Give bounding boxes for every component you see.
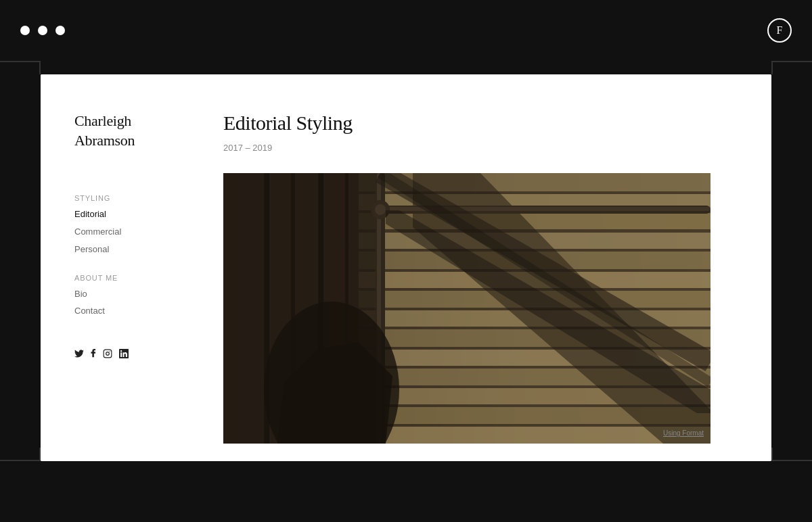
- nav-section-about: ABOUT ME Bio Contact: [74, 260, 189, 323]
- social-icons: [74, 349, 189, 361]
- hero-image: Using Format: [223, 173, 710, 444]
- twitter-icon[interactable]: [74, 350, 84, 360]
- svg-rect-48: [223, 173, 710, 444]
- nav-item-personal[interactable]: Personal: [74, 243, 189, 257]
- traffic-light-1[interactable]: [20, 26, 30, 35]
- linkedin-icon[interactable]: [119, 349, 129, 361]
- main-content: Editorial Styling 2017 – 2019: [189, 74, 771, 461]
- corner-bl: [0, 448, 41, 461]
- traffic-light-2[interactable]: [38, 26, 47, 35]
- svg-point-1: [106, 352, 110, 356]
- facebook-icon[interactable]: [91, 349, 96, 361]
- styling-section-label: STYLING: [74, 194, 189, 202]
- browser-window: Charleigh Abramson STYLING Editorial Com…: [41, 74, 771, 461]
- using-format-link[interactable]: Using Format: [663, 429, 704, 437]
- svg-point-2: [110, 351, 110, 352]
- corner-tl: [0, 61, 41, 74]
- about-section-label: ABOUT ME: [74, 274, 189, 282]
- nav-item-editorial[interactable]: Editorial: [74, 208, 189, 222]
- f-button[interactable]: F: [767, 18, 792, 43]
- sidebar: Charleigh Abramson STYLING Editorial Com…: [41, 74, 189, 461]
- svg-rect-0: [104, 350, 112, 358]
- traffic-lights: [20, 26, 65, 35]
- nav-item-contact[interactable]: Contact: [74, 304, 189, 318]
- nav-section-styling: STYLING Editorial Commercial Personal: [74, 181, 189, 260]
- corner-tr: [771, 61, 812, 74]
- instagram-icon[interactable]: [103, 349, 112, 361]
- nav-item-commercial[interactable]: Commercial: [74, 225, 189, 239]
- date-range: 2017 – 2019: [223, 143, 738, 153]
- site-title: Charleigh Abramson: [74, 112, 189, 150]
- corner-br: [771, 448, 812, 461]
- window-frame: F Charleigh Abramson STYLING Editorial C…: [0, 0, 812, 522]
- top-bar: F: [0, 0, 812, 61]
- nav-item-bio[interactable]: Bio: [74, 287, 189, 302]
- traffic-light-3[interactable]: [55, 26, 65, 35]
- page-title: Editorial Styling: [223, 112, 738, 135]
